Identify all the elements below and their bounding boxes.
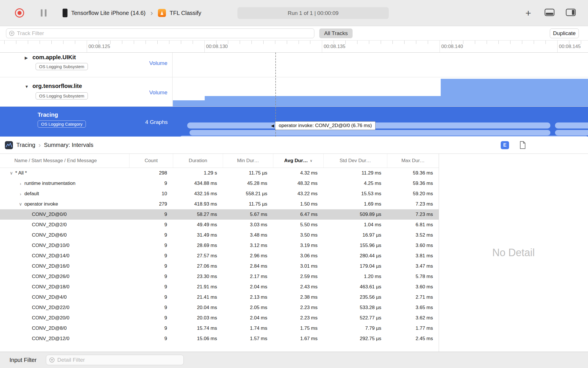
track-filter-input[interactable]	[17, 30, 312, 37]
disclosure-expanded-icon[interactable]: ▼	[25, 84, 29, 89]
ruler-tick	[404, 41, 405, 44]
track-lane[interactable]	[173, 107, 588, 137]
duplicate-button[interactable]: Duplicate	[550, 28, 579, 38]
document-view-button[interactable]	[519, 141, 526, 150]
column-header-max[interactable]: Max Dur…	[387, 154, 439, 168]
table-row[interactable]: CONV_2D@0/0958.27 ms5.67 ms6.47 ms509.89…	[0, 209, 439, 220]
breadcrumb-page[interactable]: Summary: Intervals	[44, 142, 93, 148]
breadcrumb-section[interactable]: Tracing	[16, 142, 35, 148]
bottom-panel-icon	[544, 9, 555, 16]
disclosure-collapsed-icon[interactable]: ›	[17, 181, 24, 186]
cell-min: 1.57 ms	[223, 336, 273, 342]
target-selector[interactable]: Tensorflow Lite iPhone (14.6) › TFL Clas…	[63, 9, 201, 17]
ruler-major-tick	[87, 41, 87, 53]
cell-min: 3.48 ms	[223, 232, 273, 238]
table-row[interactable]: ›default10432.16 ms558.21 µs43.22 ms15.5…	[0, 189, 439, 199]
column-header-avg[interactable]: Avg Dur… ∨	[273, 154, 323, 168]
table-row[interactable]: CONV_2D@18/0921.91 ms2.04 ms2.43 ms463.6…	[0, 282, 439, 292]
pause-button[interactable]	[41, 9, 47, 17]
table-row[interactable]: ∨* All *2981.29 s11.75 µs4.32 ms11.29 ms…	[0, 168, 439, 178]
interval-bar[interactable]	[555, 122, 588, 129]
cell-min: 45.28 ms	[223, 181, 273, 186]
table-row[interactable]: CONV_2D@12/0915.06 ms1.57 ms1.67 ms292.7…	[0, 334, 439, 344]
toggle-right-panel-button[interactable]	[566, 9, 576, 18]
cell-avg: 3.50 ms	[273, 232, 323, 238]
track-header: ▶ com.apple.UIKit OS Logging Subsystem V…	[0, 53, 173, 77]
row-name: operator invoke	[24, 201, 58, 207]
volume-bar	[441, 79, 588, 106]
cell-duration: 20.04 ms	[173, 305, 223, 310]
row-name-cell: CONV_2D@4/0	[0, 294, 129, 300]
cell-std: 280.44 µs	[323, 253, 387, 259]
ruler-tick	[122, 41, 122, 44]
ruler-tick	[546, 41, 546, 44]
column-header-count[interactable]: Count	[129, 154, 173, 168]
table-row[interactable]: CONV_2D@2/0949.49 ms3.03 ms5.50 ms1.04 m…	[0, 220, 439, 230]
disclosure-collapsed-icon[interactable]: ▶	[25, 55, 28, 60]
cell-duration: 27.06 ms	[173, 263, 223, 269]
cell-min: 2.96 ms	[223, 253, 273, 259]
interval-bar[interactable]	[555, 130, 588, 135]
disclosure-expanded-icon[interactable]: ∨	[7, 170, 15, 176]
table-row[interactable]: CONV_2D@4/0921.41 ms2.13 ms2.38 ms235.56…	[0, 292, 439, 302]
target-name[interactable]: TFL Classify	[170, 10, 201, 16]
row-name-cell: CONV_2D@26/0	[0, 274, 129, 279]
timeline-ruler[interactable]: 00:08.12500:08.13000:08.13500:08.14000:0…	[0, 41, 588, 53]
column-header-min[interactable]: Min Dur…	[223, 154, 273, 168]
column-header-duration[interactable]: Duration	[173, 154, 223, 168]
table-row[interactable]: CONV_2D@22/0920.04 ms2.05 ms2.23 ms533.2…	[0, 302, 439, 313]
disclosure-collapsed-icon[interactable]: ›	[17, 191, 24, 196]
detail-filter-field[interactable]	[46, 355, 184, 365]
device-name[interactable]: Tensorflow Lite iPhone (14.6)	[71, 10, 146, 16]
app-icon	[158, 9, 166, 17]
ruler-tick	[428, 41, 428, 44]
ruler-tick	[299, 41, 299, 44]
table-row[interactable]: CONV_2D@14/0927.57 ms2.96 ms3.06 ms280.4…	[0, 251, 439, 261]
record-button[interactable]	[15, 8, 24, 18]
table-row[interactable]: CONV_2D@6/0931.49 ms3.48 ms3.50 ms16.97 …	[0, 230, 439, 240]
row-name: CONV_2D@22/0	[32, 305, 69, 310]
table-row[interactable]: ›runtime instrumentation9434.88 ms45.28 …	[0, 178, 439, 189]
filter-icon	[9, 30, 15, 36]
table-row[interactable]: ∨operator invoke279418.93 ms11.75 µs1.50…	[0, 199, 439, 209]
track-filter-field[interactable]	[6, 28, 314, 38]
extended-detail-button[interactable]: E	[501, 141, 509, 149]
cell-count: 9	[129, 212, 173, 217]
detail-breadcrumb-bar: Tracing › Summary: Intervals E	[0, 137, 588, 154]
track-lane[interactable]	[173, 53, 588, 77]
table-row[interactable]: CONV_2D@10/0928.69 ms3.12 ms3.19 ms155.9…	[0, 240, 439, 251]
table-row[interactable]: CONV_2D@16/0927.06 ms2.84 ms3.01 ms179.0…	[0, 261, 439, 271]
ruler-tick	[310, 41, 310, 44]
table-row[interactable]: CONV_2D@8/0915.74 ms1.74 ms1.75 ms7.79 µ…	[0, 323, 439, 334]
cell-count: 9	[129, 325, 173, 331]
sort-direction-icon[interactable]: ∨	[310, 159, 312, 163]
column-header-name[interactable]: Name / Start Message / End Message	[0, 154, 129, 168]
cell-max: 59.36 ms	[387, 170, 439, 176]
row-name: CONV_2D@0/0	[32, 212, 67, 217]
track-uikit[interactable]: ▶ com.apple.UIKit OS Logging Subsystem V…	[0, 53, 588, 77]
add-instrument-button[interactable]: +	[525, 7, 531, 19]
cell-max: 59.20 ms	[387, 191, 439, 197]
column-header-std[interactable]: Std Dev Dur…	[323, 154, 387, 168]
ruler-tick	[522, 41, 522, 44]
row-name-cell: CONV_2D@10/0	[0, 243, 129, 248]
toggle-bottom-panel-button[interactable]	[544, 9, 555, 18]
cell-duration: 31.49 ms	[173, 232, 223, 238]
all-tracks-button[interactable]: All Tracks	[319, 28, 353, 38]
ruler-tick	[134, 41, 134, 44]
interval-bar[interactable]	[189, 130, 550, 135]
disclosure-expanded-icon[interactable]: ∨	[17, 202, 24, 207]
track-tensorflow[interactable]: ▼ org.tensorflow.lite OS Logging Subsyst…	[0, 77, 588, 107]
volume-bar	[173, 100, 205, 106]
cell-count: 9	[129, 243, 173, 248]
cell-count: 9	[129, 336, 173, 342]
row-name: runtime instrumentation	[24, 181, 76, 186]
track-lane[interactable]	[173, 77, 588, 106]
cell-min: 2.13 ms	[223, 294, 273, 300]
column-header-avg-label: Avg Dur…	[284, 158, 308, 164]
cell-min: 558.21 µs	[223, 191, 273, 197]
table-row[interactable]: CONV_2D@20/0920.03 ms2.04 ms2.23 ms522.7…	[0, 313, 439, 323]
detail-filter-input[interactable]	[57, 357, 181, 363]
table-row[interactable]: CONV_2D@26/0923.30 ms2.17 ms2.59 ms1.20 …	[0, 271, 439, 282]
cell-duration: 49.49 ms	[173, 222, 223, 228]
